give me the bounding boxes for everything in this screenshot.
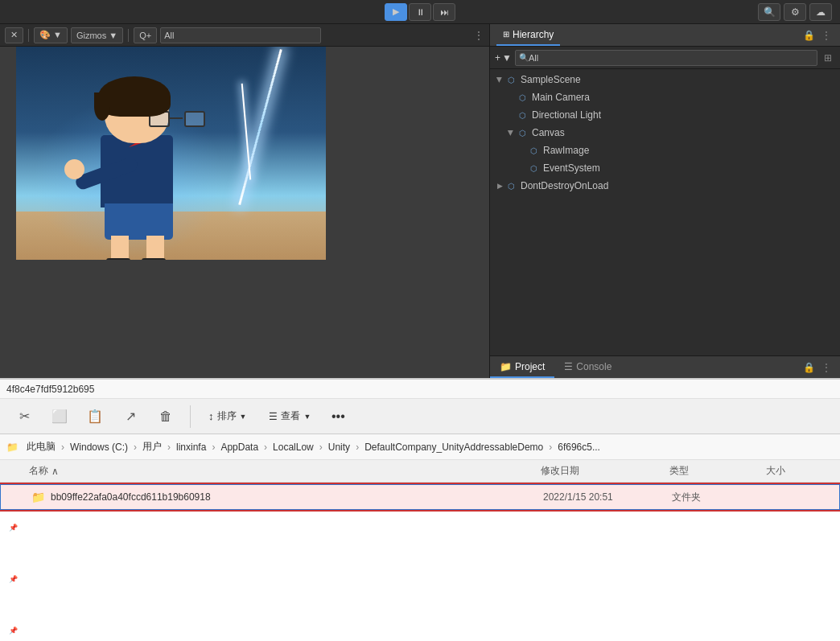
scene-dots[interactable]: ⋮ [473,29,484,42]
hash-path-bar: 4f8c4e7fdf5912b695 [0,380,840,399]
hierarchy-lock-btn[interactable]: 🔒 [801,28,816,43]
pause-button[interactable]: ⏸ [409,3,431,21]
hierarchy-add-button[interactable]: + ▼ [495,52,512,64]
conan-leg-left [111,236,129,260]
sort-label: 排序 [217,409,237,423]
camera-arrow-space [506,92,516,102]
hierarchy-tab[interactable]: ⊞ Hierarchy [496,24,560,46]
scene-search-input[interactable] [164,31,317,40]
rawimage-label: RawImage [543,145,826,156]
console-tab[interactable]: ☰ Console [554,356,621,378]
breadcrumb-company[interactable]: DefaultCompany_UnityAddressableDemo [361,440,546,454]
toolbar-right: 🔍 ⚙ ☁ [758,3,832,21]
hierarchy-search-icon: 🔍 [519,53,529,62]
col-header-size[interactable]: 大小 [766,464,830,478]
tree-item-canvas[interactable]: ▶ ⬡ Canvas ⋮ [490,124,840,142]
breadcrumb-appdata[interactable]: AppData [217,440,261,454]
hierarchy-add-icon: + [495,52,500,64]
breadcrumb-folder-icon: 📁 [6,442,19,453]
conan-hand [64,159,84,179]
sort-button[interactable]: ↕ 排序 ▼ [200,406,254,426]
toolbar-center: ▶ ⏸ ⏭ [385,3,455,21]
samplescene-label: SampleScene [521,74,826,85]
dontdestroy-arrow: ▶ [495,181,504,191]
dlight-arrow-space [506,110,516,120]
conan-figure [64,83,225,260]
scene-layers-btn[interactable]: 🎨 ▼ [34,27,68,43]
scene-toolbar-separator-2 [128,29,129,42]
eventsystem-icon: ⬡ [527,162,540,175]
glass-bridge [170,117,183,119]
more-button[interactable]: ••• [325,404,351,429]
breadcrumb-bar: 📁 此电脑 › Windows (C:) › 用户 › linxinfa › A… [0,434,840,460]
paste-button[interactable]: 📋 [80,402,109,431]
eventsystem-arrow-space [517,163,527,173]
conan-leg-right [146,236,164,260]
breadcrumb-drive[interactable]: Windows (C:) [67,440,131,454]
pin-icon-1[interactable]: 📌 [0,515,26,540]
conan-shorts [105,203,173,240]
hierarchy-tab-label: Hierarchy [513,29,554,40]
search-toolbar-button[interactable]: 🔍 [758,3,780,21]
tree-item-samplescene[interactable]: ▶ ⬡ SampleScene ⋮ [490,71,840,88]
file-row-name-0: bb09ffe22afa0a40fccd611b19b60918 [51,491,543,503]
rawimage-arrow-space [517,146,527,155]
copy-button[interactable]: ⬜ [45,402,74,431]
col-type-label: 类型 [669,465,689,476]
hierarchy-toolbar: + ▼ 🔍 ⊞ [490,47,840,69]
hierarchy-expand-btn[interactable]: ⊞ [821,51,835,65]
tree-item-eventsystem[interactable]: ⬡ EventSystem ⋮ [490,159,840,177]
main-camera-label: Main Camera [532,92,826,103]
breadcrumb-hash[interactable]: 6f696c5... [554,440,603,454]
step-button[interactable]: ⏭ [433,3,455,21]
col-header-name[interactable]: 名称 ∧ [29,464,541,478]
scene-toolbar: ✕ 🎨 ▼ Gizmos ▼ Q+ ⋮ [0,24,489,47]
col-header-date[interactable]: 修改日期 [541,464,669,478]
pin-column: 📌 📌 📌 📌 [0,483,26,641]
project-tab-icon: 📁 [500,361,512,372]
conan-shoe-left [106,258,130,260]
play-button[interactable]: ▶ [385,3,407,21]
view-icon: ☰ [269,411,278,422]
tree-item-main-camera[interactable]: ⬡ Main Camera ⋮ [490,88,840,106]
scene-tool-x[interactable]: ✕ [5,27,23,43]
file-row-0[interactable]: 📁 bb09ffe22afa0a40fccd611b19b60918 2022/… [0,484,840,510]
hierarchy-panel: ⊞ Hierarchy 🔒 ⋮ + ▼ 🔍 ⊞ ▶ ⬡ [490,24,840,378]
breadcrumb-localLow[interactable]: LocalLow [270,440,317,454]
cloud-toolbar-button[interactable]: ☁ [809,3,832,21]
scene-search-icon[interactable]: Q+ [134,27,157,43]
delete-button[interactable]: 🗑 [151,402,180,431]
bottom-more-btn[interactable]: ⋮ [819,360,834,375]
breadcrumb-unity[interactable]: Unity [325,440,353,454]
scene-toolbar-separator-1 [28,29,29,42]
tree-item-dontdestroy[interactable]: ▶ ⬡ DontDestroyOnLoad ⋮ [490,177,840,195]
file-list-header: 名称 ∧ 修改日期 类型 大小 [0,460,840,483]
project-tab[interactable]: 📁 Project [490,356,554,378]
share-button[interactable]: ↗ [116,402,145,431]
tree-item-rawimage[interactable]: ⬡ RawImage ⋮ [490,142,840,159]
breadcrumb-users[interactable]: 用户 [139,438,165,455]
hierarchy-search-box[interactable]: 🔍 [515,50,817,66]
dontdestroy-label: DontDestroyOnLoad [521,180,826,191]
lightning-effect [238,49,282,205]
pin-icon-2[interactable]: 📌 [0,566,26,592]
hierarchy-add-chevron: ▼ [502,52,512,64]
bottom-lock-btn[interactable]: 🔒 [801,360,816,375]
hierarchy-search-input[interactable] [529,53,813,63]
eventsystem-label: EventSystem [543,162,826,174]
scene-search-box[interactable] [160,27,321,43]
file-toolbar: ✂ ⬜ 📋 ↗ 🗑 ↕ 排序 ▼ ☰ 查看 ▼ ••• [0,399,840,434]
settings-toolbar-button[interactable]: ⚙ [784,3,806,21]
breadcrumb-username[interactable]: linxinfa [173,440,209,454]
gizmos-btn[interactable]: Gizmos ▼ [71,27,123,43]
breadcrumb-computer[interactable]: 此电脑 [23,438,59,455]
view-button[interactable]: ☰ 查看 ▼ [261,406,319,426]
pin-icon-3[interactable]: 📌 [0,618,26,641]
file-explorer: 4f8c4e7fdf5912b695 ✂ ⬜ 📋 ↗ 🗑 ↕ 排序 ▼ ☰ 查看… [0,378,840,641]
tree-item-directional-light[interactable]: ⬡ Directional Light ⋮ [490,106,840,124]
col-name-sort-arrow: ∧ [51,466,59,477]
sort-arrow-icon: ↕ [208,410,214,422]
hierarchy-more-btn[interactable]: ⋮ [819,28,834,43]
cut-button[interactable]: ✂ [10,402,39,431]
col-header-type[interactable]: 类型 [669,464,766,478]
